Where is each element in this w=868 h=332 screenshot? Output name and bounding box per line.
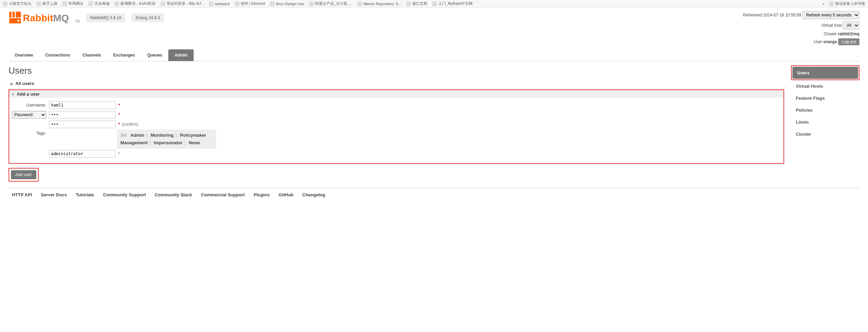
tag-option-none[interactable]: None [189, 140, 200, 145]
svg-point-4 [17, 20, 20, 22]
footer-tutorials[interactable]: Tutorials [76, 192, 94, 197]
bookmark-item[interactable]: 火狐官方站点 [3, 1, 31, 6]
footer-server-docs[interactable]: Server Docs [41, 192, 67, 197]
bookmark-item[interactable]: 京东商城 [88, 1, 109, 6]
refresh-interval-select[interactable]: Refresh every 5 seconds [802, 11, 859, 19]
vhost-select[interactable]: All [843, 21, 859, 29]
tab-channels[interactable]: Channels [76, 49, 107, 61]
bookmark-item[interactable]: Arco Design Vue [270, 1, 304, 6]
sidebar-item-virtual-hosts[interactable]: Virtual Hosts [791, 80, 859, 92]
bookmark-item[interactable]: Maven Repository. S... [357, 1, 401, 6]
tab-admin[interactable]: Admin [168, 49, 193, 61]
footer-commercial-support[interactable]: Commercial Support [201, 192, 245, 197]
page-title: Users [9, 65, 784, 76]
tab-overview[interactable]: Overview [9, 49, 39, 61]
cluster-label: Cluster [824, 32, 837, 36]
trademark: TM [75, 20, 80, 23]
svg-rect-0 [9, 12, 12, 17]
help-icon[interactable]: ? [118, 151, 120, 156]
svg-text:RabbitMQ: RabbitMQ [23, 12, 69, 23]
erlang-version: Erlang 24.0.3 [131, 13, 164, 22]
chevron-down-icon [11, 91, 15, 97]
footer-plugins[interactable]: Plugins [254, 192, 270, 197]
bookmark-item[interactable]: 阿里云产品_云计算_... [309, 1, 352, 6]
footer-community-support[interactable]: Community Support [103, 192, 146, 197]
tag-option-monitoring[interactable]: Monitoring [151, 133, 173, 138]
bookmark-item[interactable]: 移动设备上的书签 [829, 1, 865, 6]
cluster-value: rabbit@mq [838, 32, 859, 36]
tag-option-impersonator[interactable]: Impersonator [154, 140, 182, 145]
main-tabs: Overview Connections Channels Exchanges … [9, 49, 859, 61]
browser-bookmarks-bar: 火狐官方站点 新手上路 常用网址 京东商城 新增图书 - AJAX阶段 登证码登… [0, 0, 868, 8]
refreshed-label: Refreshed [743, 13, 762, 17]
user-value: orange [824, 39, 837, 44]
bookmark-item[interactable]: 登证码登录 - B站-AJ... [160, 1, 204, 6]
bookmark-item[interactable]: 入门_MyBatis中文网 [432, 1, 472, 6]
username-label: Username: [12, 103, 49, 108]
tab-queues[interactable]: Queues [141, 49, 168, 61]
tab-exchanges[interactable]: Exchanges [107, 49, 141, 61]
bookmark-item[interactable]: 新手上路 [36, 1, 57, 6]
svg-rect-1 [12, 12, 15, 17]
bookmark-item[interactable]: 新增图书 - AJAX阶段 [114, 1, 156, 6]
sidebar-item-users[interactable]: Users [792, 67, 858, 79]
logout-button[interactable]: Log out [838, 38, 859, 45]
bookmark-item[interactable]: 接口文档 [406, 1, 427, 6]
tags-label: Tags: [12, 130, 49, 136]
add-user-button[interactable]: Add user [11, 170, 36, 179]
username-input[interactable] [49, 101, 116, 109]
section-all-users[interactable]: All users [9, 79, 784, 87]
sidebar-item-limits[interactable]: Limits [791, 116, 859, 128]
tab-connections[interactable]: Connections [39, 49, 76, 61]
tag-option-policymaker[interactable]: Policymaker [180, 133, 206, 138]
tags-input[interactable] [49, 150, 116, 158]
rabbitmq-logo: RabbitMQ TM [9, 11, 80, 25]
user-label: User [814, 39, 822, 44]
sidebar-item-cluster[interactable]: Cluster [791, 128, 859, 140]
confirm-label: (confirm) [122, 122, 138, 127]
sidebar-item-policies[interactable]: Policies [791, 104, 859, 116]
vhost-label: Virtual host [821, 23, 842, 28]
sidebar-item-feature-flags[interactable]: Feature Flags [791, 92, 859, 104]
footer-github[interactable]: GitHub [278, 192, 293, 197]
bookmark-overflow[interactable]: » [822, 2, 824, 6]
password-confirm-input[interactable] [49, 121, 116, 128]
chevron-right-icon [11, 81, 13, 86]
required-marker: * [118, 122, 120, 127]
required-marker: * [118, 103, 120, 108]
bookmark-item[interactable]: webpack [209, 1, 230, 6]
required-marker: * [118, 112, 120, 117]
footer-community-slack[interactable]: Community Slack [155, 192, 192, 197]
bookmark-item[interactable]: 常用网址 [62, 1, 83, 6]
footer: HTTP API Server Docs Tutorials Community… [9, 188, 859, 197]
tag-option-management[interactable]: Management [120, 140, 147, 145]
set-label: Set [120, 133, 127, 138]
tag-helper-box: Set Admin| Monitoring| Policymaker Manag… [117, 130, 216, 149]
rabbitmq-version: RabbitMQ 3.8.19 [86, 13, 125, 22]
password-type-select[interactable]: Password: [12, 111, 46, 119]
footer-http-api[interactable]: HTTP API [12, 192, 32, 197]
footer-changelog[interactable]: Changelog [302, 192, 325, 197]
bookmark-item[interactable]: 组件 | Element [235, 1, 265, 6]
tag-option-admin[interactable]: Admin [130, 133, 144, 138]
refreshed-time: 2024-07-18 10:55:09 [763, 13, 801, 17]
password-input[interactable] [49, 111, 116, 119]
section-add-user[interactable]: Add a user [9, 90, 783, 98]
svg-rect-3 [16, 12, 21, 17]
